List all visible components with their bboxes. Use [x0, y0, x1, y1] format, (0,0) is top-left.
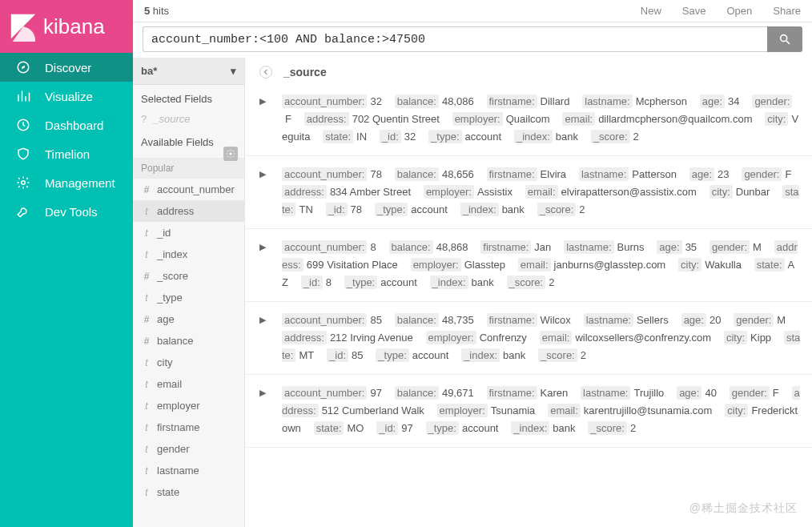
nav-item-discover[interactable]: Discover — [0, 53, 133, 82]
collapse-sidebar-button[interactable] — [259, 66, 272, 78]
clock-icon — [14, 116, 32, 134]
shield-icon — [14, 145, 32, 163]
field-name: city — [157, 356, 173, 368]
field-type-icon: t — [141, 487, 152, 498]
nav-item-devtools[interactable]: Dev Tools — [0, 197, 133, 226]
field-_type[interactable]: t_type — [133, 287, 244, 308]
svg-point-3 — [781, 35, 787, 42]
gear-icon — [14, 174, 32, 191]
source-header-row: _source — [245, 58, 812, 78]
field-type-icon: t — [141, 249, 152, 260]
document-row: ▶account_number:32 balance:48,086 firstn… — [245, 83, 812, 156]
field-type-icon: t — [141, 465, 152, 477]
field-type-icon: t — [141, 422, 152, 433]
field-address[interactable]: taddress — [133, 200, 244, 222]
svg-line-4 — [786, 41, 790, 44]
field-name: balance — [157, 335, 194, 347]
document-row: ▶account_number:97 balance:49,671 firstn… — [245, 375, 812, 448]
field-name: firstname — [157, 421, 199, 433]
top-link-save[interactable]: Save — [682, 5, 706, 17]
document-source: account_number:97 balance:49,671 firstna… — [282, 384, 801, 437]
field-_score[interactable]: #_score — [133, 265, 244, 287]
hits-count: 5 hits — [144, 5, 169, 17]
document-source: account_number:85 balance:48,735 firstna… — [282, 312, 801, 364]
expand-doc-button[interactable]: ▶ — [259, 242, 267, 292]
left-nav: kibana DiscoverVisualizeDashboardTimelio… — [0, 0, 133, 527]
field-name: _score — [157, 270, 188, 282]
index-pattern-selector[interactable]: ba* ▾ — [133, 58, 244, 85]
field-gender[interactable]: tgender — [133, 438, 244, 460]
source-column-label: _source — [283, 66, 327, 78]
field-type-icon: t — [141, 379, 152, 390]
nav-item-visualize[interactable]: Visualize — [0, 82, 133, 111]
field-name: email — [157, 378, 182, 390]
field-name: account_number — [157, 183, 235, 195]
topbar: 5 hits NewSaveOpenShare — [133, 0, 812, 22]
field-type-icon: t — [141, 400, 152, 412]
field-email[interactable]: temail — [133, 373, 244, 395]
field-age[interactable]: #age — [133, 308, 244, 330]
nav-item-dashboard[interactable]: Dashboard — [0, 111, 133, 139]
top-link-open[interactable]: Open — [726, 5, 752, 17]
question-icon: ? — [141, 113, 147, 125]
nav-item-management[interactable]: Management — [0, 168, 133, 197]
search-button[interactable] — [767, 26, 802, 52]
document-row: ▶account_number:85 balance:48,735 firstn… — [245, 302, 812, 375]
document-source: account_number:78 balance:48,656 firstna… — [282, 166, 801, 219]
document-row: ▶account_number:8 balance:48,868 firstna… — [245, 229, 812, 302]
nav-label: Dashboard — [45, 119, 103, 132]
field-name: lastname — [157, 465, 199, 477]
expand-doc-button[interactable]: ▶ — [259, 315, 267, 364]
field-name: employer — [157, 400, 199, 412]
field-_id[interactable]: t_id — [133, 222, 244, 243]
search-icon — [778, 33, 791, 46]
expand-doc-button[interactable]: ▶ — [259, 96, 267, 146]
svg-point-5 — [230, 153, 232, 155]
nav-item-timelion[interactable]: Timelion — [0, 139, 133, 168]
top-link-share[interactable]: Share — [773, 5, 801, 17]
field-name: state — [157, 486, 179, 498]
field-_index[interactable]: t_index — [133, 243, 244, 265]
field-account_number[interactable]: #account_number — [133, 179, 244, 200]
field-type-icon: t — [141, 292, 152, 304]
document-source: account_number:32 balance:48,086 firstna… — [282, 93, 801, 146]
field-name: _index — [157, 248, 187, 260]
query-bar — [133, 22, 812, 58]
field-name: _id — [157, 227, 171, 239]
field-type-icon: t — [141, 444, 152, 455]
selected-source-field[interactable]: ? _source — [133, 110, 244, 128]
field-city[interactable]: tcity — [133, 352, 244, 373]
content: ba* ▾ Selected Fields ? _source Availabl… — [133, 58, 812, 527]
field-name: age — [157, 313, 175, 325]
field-employer[interactable]: temployer — [133, 395, 244, 416]
nav-label: Visualize — [45, 90, 93, 103]
main-area: 5 hits NewSaveOpenShare ba* ▾ Selected F… — [133, 0, 812, 527]
top-link-new[interactable]: New — [641, 5, 661, 17]
field-balance[interactable]: #balance — [133, 330, 244, 352]
chevron-down-icon: ▾ — [231, 65, 236, 77]
nav-label: Timelion — [45, 147, 90, 161]
compass-icon — [14, 58, 32, 76]
wrench-icon — [14, 203, 32, 220]
brand: kibana — [0, 0, 133, 53]
field-lastname[interactable]: tlastname — [133, 460, 244, 481]
document-source: account_number:8 balance:48,868 firstnam… — [282, 239, 801, 292]
popular-label: Popular — [133, 158, 244, 179]
field-settings-button[interactable] — [223, 147, 238, 161]
field-type-icon: t — [141, 206, 152, 217]
nav-label: Management — [45, 176, 115, 190]
field-type-icon: t — [141, 227, 152, 239]
field-firstname[interactable]: tfirstname — [133, 416, 244, 438]
field-name: gender — [157, 443, 189, 455]
expand-doc-button[interactable]: ▶ — [259, 169, 267, 219]
brand-name: kibana — [43, 14, 105, 39]
field-name: _type — [157, 292, 183, 304]
nav-label: Dev Tools — [45, 205, 98, 219]
expand-doc-button[interactable]: ▶ — [259, 388, 267, 437]
barchart-icon — [14, 87, 32, 105]
field-type-icon: # — [141, 184, 152, 195]
document-row: ▶account_number:78 balance:48,656 firstn… — [245, 156, 812, 229]
field-state[interactable]: tstate — [133, 481, 244, 503]
field-type-icon: # — [141, 271, 152, 282]
query-input[interactable] — [143, 26, 767, 52]
